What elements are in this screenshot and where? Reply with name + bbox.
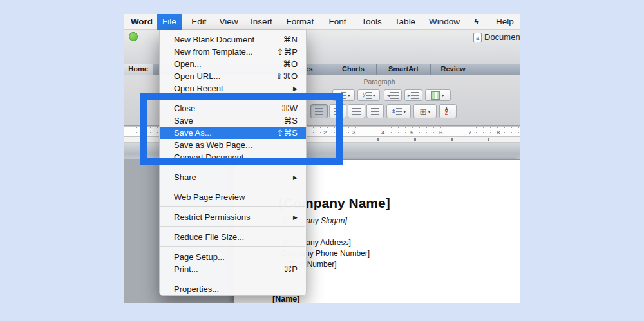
menu-item-restrict-permissions[interactable]: Restrict Permissions▶ — [160, 211, 306, 223]
ruler-number: 3 — [351, 129, 357, 136]
ruler-number: 4 — [380, 129, 386, 136]
document-proxy-icon: a — [473, 33, 482, 42]
menubar-item-help[interactable]: Help — [492, 14, 518, 30]
tabstop-marker — [377, 138, 379, 141]
tab-smartart[interactable]: SmartArt — [376, 64, 430, 75]
ruler-number: 8 — [495, 129, 501, 136]
tabstop-marker — [488, 138, 489, 141]
menu-item-share[interactable]: Share▶ — [160, 171, 306, 183]
menu-separator — [160, 246, 305, 247]
menubar-item-view[interactable]: View — [215, 14, 242, 30]
menu-item-print[interactable]: Print...⌘P — [160, 263, 306, 275]
sort-az-icon: AZ — [445, 107, 448, 116]
tab-charts[interactable]: Charts — [330, 64, 376, 75]
increase-indent-button[interactable]: ▸ — [404, 89, 422, 101]
tabstop-marker — [451, 138, 453, 141]
menu-item-new-blank-document[interactable]: New Blank Document⌘N — [160, 33, 306, 46]
menu-item-open-url[interactable]: Open URL...⇧⌘O — [160, 70, 306, 82]
submenu-arrow-icon: ▶ — [293, 174, 298, 181]
ruler-number: 6 — [438, 129, 444, 136]
menu-item-properties[interactable]: Properties... — [160, 283, 306, 295]
align-right-icon — [352, 108, 361, 115]
multilevel-list-button[interactable]: ⅟▾ — [357, 89, 380, 101]
align-right-button[interactable] — [348, 104, 365, 118]
menu-separator — [160, 167, 305, 167]
menubar-item-tools[interactable]: Tools — [357, 14, 386, 30]
script-menu-icon[interactable]: ϟ — [470, 14, 483, 30]
decrease-indent-button[interactable]: ◂ — [384, 89, 402, 101]
annotation-rectangle — [140, 93, 343, 165]
menu-item-new-from-template[interactable]: New from Template...⇧⌘P — [160, 46, 306, 58]
menubar-item-font[interactable]: Font — [325, 14, 350, 30]
menubar-item-word[interactable]: Word — [126, 14, 157, 30]
menu-separator — [160, 206, 305, 207]
columns-button[interactable]: ▾ — [425, 89, 451, 101]
sort-button[interactable]: AZ↓ — [439, 104, 457, 118]
borders-icon: ⊞ — [420, 107, 427, 116]
line-spacing-icon: ⇕ — [392, 109, 396, 115]
menubar-item-file[interactable]: File — [157, 14, 182, 30]
menu-separator — [160, 187, 305, 187]
menu-item-web-page-preview[interactable]: Web Page Preview — [160, 191, 306, 203]
tab-home[interactable]: Home — [124, 64, 153, 75]
window-traffic-light[interactable] — [129, 32, 138, 41]
indent-left-icon: ◂ — [387, 93, 390, 98]
columns-icon — [431, 91, 440, 100]
borders-button[interactable]: ⊞▾ — [413, 104, 437, 118]
tab-review[interactable]: Review — [430, 64, 475, 75]
submenu-arrow-icon: ▶ — [293, 86, 298, 92]
multilevel-list-icon: ⅟ — [362, 93, 365, 98]
ruler-number: 5 — [409, 129, 415, 136]
menu-item-page-setup[interactable]: Page Setup... — [160, 251, 306, 263]
justify-icon — [371, 108, 379, 115]
line-spacing-button[interactable]: ⇕▾ — [386, 104, 411, 118]
menubar-item-window[interactable]: Window — [425, 14, 464, 30]
justify-button[interactable] — [366, 104, 384, 118]
system-menu-bar: Word File Edit View Insert Format Font T… — [124, 14, 520, 30]
menubar-item-format[interactable]: Format — [282, 14, 318, 30]
menubar-item-insert[interactable]: Insert — [246, 14, 277, 30]
submenu-arrow-icon: ▶ — [293, 214, 298, 221]
tabstop-marker — [414, 138, 416, 141]
menu-item-reduce-file-size[interactable]: Reduce File Size... — [160, 231, 306, 243]
menubar-item-table[interactable]: Table — [390, 14, 420, 30]
group-divider — [459, 78, 459, 121]
menubar-item-edit[interactable]: Edit — [187, 14, 211, 30]
menu-separator — [160, 279, 305, 279]
menu-separator — [160, 226, 305, 227]
ruler-number: 7 — [467, 129, 473, 136]
menu-item-open[interactable]: Open...⌘O — [160, 58, 306, 70]
indent-right-icon: ▸ — [408, 93, 410, 98]
desktop-background: Word File Edit View Insert Format Font T… — [0, 0, 644, 321]
paragraph-group-label: Paragraph — [350, 78, 408, 86]
window-title: Document — [484, 32, 520, 42]
